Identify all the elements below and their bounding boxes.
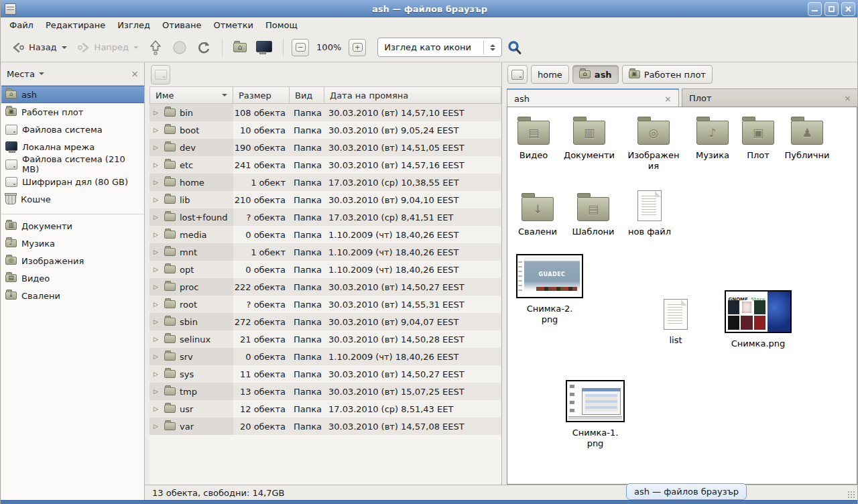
expander-icon[interactable]: ▷ [154,353,160,360]
tab-ash[interactable]: ash× [507,88,679,107]
column-header-name[interactable]: Име [149,86,233,104]
up-button[interactable] [143,36,168,59]
sidebar-item-music[interactable]: ♪Музика [1,235,144,252]
icon-item-public[interactable]: ♟ Публични [779,117,835,161]
expander-icon[interactable]: ▷ [154,388,160,395]
sidebar-item-pictures[interactable]: ◎Изображения [1,252,144,269]
icon-item-snimka1[interactable]: Снимка-1.png [562,380,629,449]
table-row[interactable]: ▷var20 обектаПапка30.03.2010 (вт) 14,57,… [149,418,501,435]
icon-item-templates[interactable]: ▤ Шаблони [568,193,619,237]
table-row[interactable]: ▷mnt1 обектПапка1.10.2009 (чт) 18,40,26 … [149,243,501,261]
sidebar-item-network[interactable]: Локална мрежа [1,138,144,155]
maximize-button[interactable] [824,2,839,16]
pathbar-ash-button[interactable]: ⌂ash [572,65,619,84]
zoom-in-button[interactable]: + [349,39,366,56]
stop-button[interactable] [168,37,192,58]
pathbar-root-button[interactable] [507,65,528,84]
table-row[interactable]: ▷lost+found? обектаПапка17.03.2010 (ср) … [149,208,501,226]
close-button[interactable] [841,2,855,16]
places-dropdown-icon[interactable] [39,72,44,75]
sidebar-item-filesystem-210mb[interactable]: Файлова система (210 MB) [1,155,144,173]
location-toggle-button[interactable] [151,65,170,84]
icon-item-videos[interactable]: ▤ Видео [513,117,554,161]
menu-help[interactable]: Помощ [259,18,304,32]
expander-icon[interactable]: ▷ [154,179,160,186]
expander-icon[interactable]: ▷ [154,249,160,255]
expander-icon[interactable]: ▷ [154,405,160,412]
view-mode-select[interactable]: Изглед като икони [377,38,502,57]
icon-item-music[interactable]: ♪ Музика [687,117,738,161]
sidebar-item-downloads[interactable]: ↓Свалени [1,287,144,304]
expander-icon[interactable]: ▷ [154,162,160,168]
sidebar-item-trash[interactable]: Кошче [1,190,144,208]
table-row[interactable]: ▷opt0 обектаПапка1.10.2009 (чт) 18,40,26… [149,261,501,278]
expander-icon[interactable]: ▷ [154,284,160,290]
expander-icon[interactable]: ▷ [154,196,160,203]
expander-icon[interactable]: ▷ [154,301,160,308]
sidebar-item-documents[interactable]: ▥Документи [1,217,144,235]
expander-icon[interactable]: ▷ [154,109,160,116]
menu-bookmarks[interactable]: Отметки [207,18,259,32]
icon-item-desktop[interactable]: ▣ Плот [739,117,777,161]
pathbar-desktop-button[interactable]: ▣Работен плот [622,65,713,84]
expander-icon[interactable]: ▷ [154,318,160,325]
table-row[interactable]: ▷etc241 обектаПапка30.03.2010 (вт) 14,57… [149,156,501,174]
table-row[interactable]: ▷sbin272 обектаПапка30.03.2010 (вт) 9,04… [149,313,501,330]
expander-icon[interactable]: ▷ [154,423,160,430]
sidebar-item-desktop[interactable]: ▣Работен плот [1,103,144,121]
back-dropdown-icon[interactable] [62,46,67,49]
column-header-size[interactable]: Размер [233,86,290,104]
icon-item-documents[interactable]: ▥ Документи [559,117,619,161]
column-header-type[interactable]: Вид [290,86,324,104]
table-row[interactable]: ▷boot10 обектаПапка30.03.2010 (вт) 9,05,… [149,121,501,139]
table-row[interactable]: ▷srv0 обектаПапка1.10.2009 (чт) 18,40,26… [149,348,501,365]
tab-plot[interactable]: Плот× [682,88,858,107]
places-close-icon[interactable]: × [131,68,139,79]
icon-item-new-file[interactable]: нов файл [624,190,675,237]
tab-close-icon[interactable]: × [664,94,672,104]
table-row[interactable]: ▷tmp13 обектаПапка30.03.2010 (вт) 15,07,… [149,383,501,400]
expander-icon[interactable]: ▷ [154,336,160,342]
menu-go[interactable]: Отиване [156,18,207,32]
home-button[interactable]: ⌂ [229,40,251,56]
expander-icon[interactable]: ▷ [154,231,160,238]
pathbar-home-button[interactable]: home [531,65,569,84]
search-button[interactable] [502,36,528,59]
table-row[interactable]: ▷root? обектаПапка30.03.2010 (вт) 14,55,… [149,296,501,313]
menu-file[interactable]: Файл [3,18,40,32]
icon-item-list[interactable]: list [650,299,701,346]
reload-button[interactable] [192,37,216,58]
icon-item-snimka[interactable]: GNOME Store Снимка.png [723,290,793,349]
icon-item-downloads[interactable]: ↓ Свалени [512,193,563,237]
resize-grip[interactable] [847,491,855,499]
expander-icon[interactable]: ▷ [154,214,160,220]
menu-view[interactable]: Изглед [111,18,156,32]
table-row[interactable]: ▷lib210 обектаПапка30.03.2010 (вт) 9,04,… [149,191,501,208]
sidebar-item-home[interactable]: ⌂ash [1,86,144,103]
view-mode-spinner-icon[interactable] [484,44,501,51]
minimize-button[interactable] [808,2,822,16]
table-row[interactable]: ▷proc222 обектаПапка30.03.2010 (вт) 14,5… [149,278,501,296]
icon-item-pictures[interactable]: ◎ Изображения [625,117,682,172]
sidebar-item-encrypted-80gb[interactable]: Шифриран дял (80 GB) [1,173,144,190]
sidebar-item-videos[interactable]: ▤Видео [1,269,144,287]
table-row[interactable]: ▷selinux21 обектаПапка30.03.2010 (вт) 14… [149,330,501,348]
back-button[interactable]: Назад [6,38,72,57]
icon-item-snimka2[interactable]: GUADEC Снимка-2.png [515,254,585,325]
computer-button[interactable] [251,38,277,57]
table-row[interactable]: ▷bin108 обектаПапка30.03.2010 (вт) 14,57… [149,104,501,121]
table-row[interactable]: ▷home1 обектПапка17.03.2010 (ср) 10,38,5… [149,174,501,191]
column-header-date[interactable]: Дата на промяна [324,86,501,104]
table-row[interactable]: ▷media0 обектаПапка1.10.2009 (чт) 18,40,… [149,226,501,243]
table-row[interactable]: ▷sys11 обектаПапка30.03.2010 (вт) 14,50,… [149,365,501,383]
expander-icon[interactable]: ▷ [154,371,160,377]
expander-icon[interactable]: ▷ [154,127,160,133]
sidebar-item-filesystem[interactable]: Файлова система [1,121,144,138]
table-row[interactable]: ▷usr12 обектаПапка17.03.2010 (ср) 8,51,4… [149,400,501,418]
forward-dropdown-icon[interactable] [133,46,139,49]
menu-edit[interactable]: Редактиране [40,18,111,32]
zoom-out-button[interactable]: − [292,39,309,56]
expander-icon[interactable]: ▷ [154,266,160,273]
expander-icon[interactable]: ▷ [154,144,160,151]
table-row[interactable]: ▷dev190 обектаПапка30.03.2010 (вт) 14,51… [149,139,501,156]
